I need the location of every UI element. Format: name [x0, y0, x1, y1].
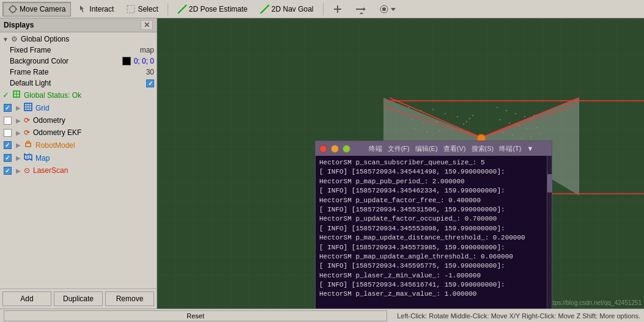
svg-rect-81: [509, 122, 510, 123]
interact-button[interactable]: Interact: [72, 2, 119, 16]
svg-rect-52: [439, 130, 440, 131]
grid-icon: [24, 103, 32, 113]
rviz-viewport[interactable]: 终端 文件(F) 编辑(E) 查看(V) 搜索(S) 终端(T) ▼ Hecto…: [157, 18, 644, 309]
expand-laser-icon: ▶: [16, 167, 21, 174]
move-camera-label: Move Camera: [20, 5, 65, 13]
fixed-frame-item[interactable]: Fixed Frame map: [0, 45, 157, 56]
camera-dropdown-button[interactable]: [349, 2, 372, 16]
expand-ekf-icon: ▶: [16, 130, 21, 136]
global-status-item[interactable]: ✓ Global Status: Ok: [0, 89, 157, 101]
status-hint: Left-Click: Rotate Middle-Click: Move X/…: [397, 312, 640, 320]
select-button[interactable]: Select: [120, 2, 163, 16]
laserscan-item[interactable]: ✓ ▶ ⊙ LaserScan: [0, 164, 157, 177]
global-options-icon: ⚙: [11, 35, 18, 43]
toolbar: Move Camera Interact Select 2D Pose Esti…: [0, 0, 644, 18]
odometry-item[interactable]: ▶ ⟳ Odometry: [0, 114, 157, 126]
expand-grid-icon: ▶: [16, 104, 21, 111]
expand-arrow-global: ▼: [2, 36, 9, 43]
duplicate-button[interactable]: Duplicate: [54, 291, 103, 306]
pose-estimate-label: 2D Pose Estimate: [189, 5, 248, 13]
svg-rect-47: [423, 122, 424, 123]
nav-goal-button[interactable]: 2D Nav Goal: [254, 2, 319, 16]
fixed-frame-label: Fixed Frame: [10, 46, 51, 54]
svg-rect-41: [408, 107, 409, 108]
log-line-4: [ INFO] [1585720934.345462334, 159.99000…: [319, 186, 548, 196]
log-line-14: [ INFO] [1585720934.345616741, 159.99000…: [319, 280, 548, 290]
bg-color-label: Background Color: [10, 57, 68, 65]
global-status-icon: [12, 90, 21, 100]
grid-label: Grid: [35, 104, 50, 112]
global-options-label: Global Options: [21, 35, 69, 43]
nav-goal-label: 2D Nav Goal: [272, 5, 314, 13]
bg-color-value: 0; 0; 0: [134, 57, 154, 65]
svg-rect-85: [503, 131, 504, 133]
move-camera-button[interactable]: Move Camera: [2, 2, 71, 16]
svg-rect-78: [524, 116, 525, 117]
reset-button[interactable]: Reset: [4, 310, 387, 321]
view-icon: [379, 4, 389, 14]
svg-line-6: [178, 5, 187, 13]
default-light-checkbox[interactable]: ✓: [146, 79, 154, 87]
frame-rate-label: Frame Rate: [10, 68, 48, 76]
background-color-item[interactable]: Background Color 0; 0; 0: [0, 56, 157, 67]
terminal-minimize-button[interactable]: [331, 145, 339, 153]
svg-rect-44: [445, 113, 446, 114]
status-bar: Reset Left-Click: Rotate Middle-Click: M…: [0, 309, 644, 322]
svg-rect-77: [515, 113, 516, 114]
svg-rect-76: [506, 110, 507, 111]
view-button[interactable]: [374, 2, 401, 16]
map-icon: [24, 153, 32, 163]
grid-checkbox[interactable]: ✓: [4, 104, 12, 112]
map-item[interactable]: ✓ ▶ Map: [0, 152, 157, 164]
odometry-ekf-checkbox-cell: [2, 128, 12, 137]
robot-icon: [24, 140, 32, 150]
robotmodel-checkbox[interactable]: ✓: [4, 141, 12, 149]
laserscan-label: LaserScan: [33, 166, 68, 175]
grid-item[interactable]: ✓ ▶ Grid: [0, 101, 157, 114]
terminal-body[interactable]: HectorSM p_scan_subscriber_queue_size_: …: [316, 156, 552, 309]
terminal-maximize-button[interactable]: [342, 145, 350, 153]
global-status-check-icon: ✓: [2, 90, 9, 100]
tree-view: ▼ ⚙ Global Options Fixed Frame map Backg…: [0, 32, 157, 288]
frame-rate-item[interactable]: Frame Rate 30: [0, 67, 157, 78]
log-line-6: [ INFO] [1585720934.345531506, 159.99000…: [319, 205, 548, 214]
odometry-checkbox-cell: [2, 115, 12, 125]
robotmodel-item[interactable]: ✓ ▶ RobotModel: [0, 139, 157, 152]
odometry-label: Odometry: [33, 116, 65, 125]
svg-rect-48: [435, 121, 437, 122]
frame-rate-value: 30: [146, 68, 154, 76]
add-button[interactable]: Add: [2, 291, 51, 306]
interact-icon: [78, 4, 87, 14]
terminal-scrollbar[interactable]: [547, 156, 552, 309]
default-light-item[interactable]: Default Light ✓: [0, 78, 157, 89]
global-options-item[interactable]: ▼ ⚙ Global Options: [0, 34, 157, 45]
grid-checkbox-cell: ✓: [2, 103, 12, 113]
pose-estimate-button[interactable]: 2D Pose Estimate: [172, 2, 253, 16]
robotmodel-checkbox-cell: ✓: [2, 141, 12, 150]
map-checkbox[interactable]: ✓: [4, 154, 12, 162]
map-checkbox-cell: ✓: [2, 153, 12, 163]
svg-rect-54: [463, 123, 464, 125]
log-line-5: HectorSM p_update_factor_free_: 0.400000: [319, 196, 548, 205]
svg-rect-79: [533, 115, 535, 116]
svg-rect-26: [26, 143, 31, 147]
odometry-ekf-item[interactable]: ▶ ⟳ Odometry EKF: [0, 126, 157, 139]
close-panel-button[interactable]: ✕: [141, 20, 153, 30]
svg-line-8: [261, 5, 269, 13]
terminal-close-button[interactable]: [319, 145, 327, 153]
svg-rect-45: [457, 116, 458, 117]
separator-1: [168, 3, 168, 15]
scroll-thumb[interactable]: [547, 174, 552, 192]
expand-robot-icon: ▶: [16, 142, 21, 148]
svg-rect-83: [527, 128, 528, 130]
terminal-window[interactable]: 终端 文件(F) 编辑(E) 查看(V) 搜索(S) 终端(T) ▼ Hecto…: [315, 141, 552, 309]
log-line-10: [ INFO] [1585720934.345573985, 159.99000…: [319, 243, 548, 252]
laserscan-checkbox[interactable]: ✓: [4, 167, 12, 175]
select-icon: [126, 4, 136, 14]
odometry-checkbox[interactable]: [4, 117, 12, 125]
terminal-title: 终端 文件(F) 编辑(E) 查看(V) 搜索(S) 终端(T) ▼: [354, 144, 548, 153]
odometry-ekf-checkbox[interactable]: [4, 129, 12, 137]
log-line-9: HectorSM p_map_update_distance_threshold…: [319, 233, 548, 243]
add-point-button[interactable]: [327, 2, 348, 16]
remove-button[interactable]: Remove: [105, 291, 154, 306]
